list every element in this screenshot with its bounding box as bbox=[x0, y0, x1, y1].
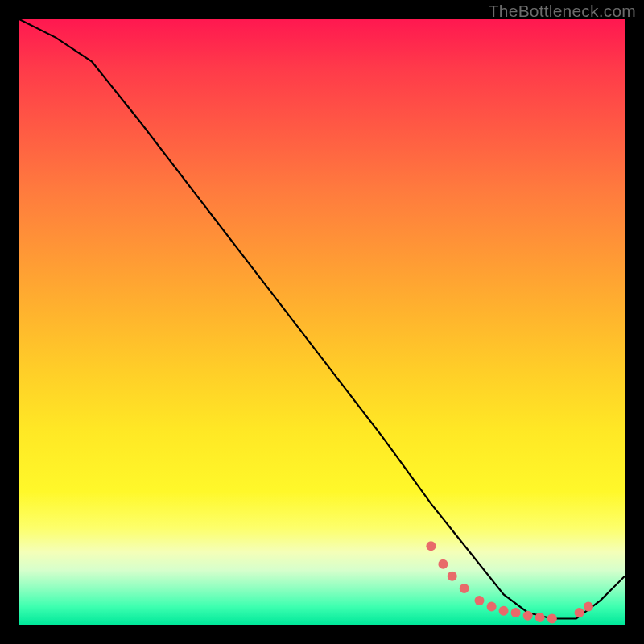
marker-dot bbox=[575, 608, 584, 617]
chart-svg bbox=[19, 19, 625, 625]
watermark-label: TheBottleneck.com bbox=[489, 2, 636, 21]
marker-dot bbox=[499, 606, 509, 616]
marker-dot bbox=[460, 584, 469, 593]
marker-dot bbox=[475, 596, 485, 605]
marker-dot bbox=[535, 613, 545, 622]
marker-dot bbox=[511, 608, 521, 617]
marker-group bbox=[426, 541, 593, 623]
curve-path bbox=[19, 19, 625, 619]
chart-frame: TheBottleneck.com bbox=[0, 0, 644, 644]
marker-dot bbox=[584, 601, 593, 611]
marker-dot bbox=[523, 611, 533, 621]
marker-dot bbox=[487, 601, 497, 611]
plot-area bbox=[19, 19, 625, 625]
marker-dot bbox=[448, 572, 457, 581]
marker-dot bbox=[426, 541, 436, 551]
marker-dot bbox=[547, 614, 557, 624]
marker-dot bbox=[438, 559, 448, 569]
